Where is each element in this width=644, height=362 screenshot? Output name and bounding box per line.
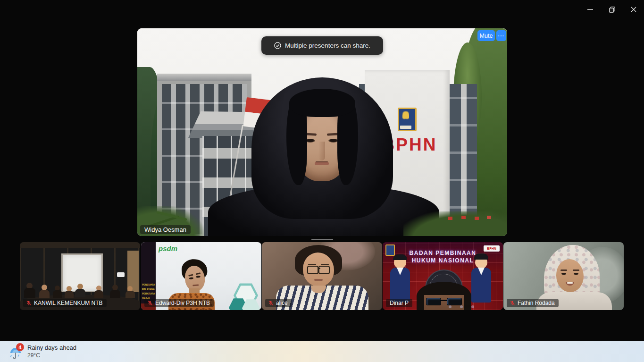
mute-button[interactable]: Mute	[477, 30, 495, 41]
weather-temperature: 29°C	[27, 352, 40, 359]
participant-tile-alice[interactable]: alice	[262, 242, 382, 310]
participant-label: Fathin Rodada	[507, 299, 559, 307]
zoom-meeting-window: BPHN	[0, 0, 644, 362]
participant-name: alice	[276, 300, 288, 306]
participant-tile-dinar[interactable]: BADAN PEMBINAAN HUKUM NASIONAL BPHN	[383, 242, 503, 310]
muted-mic-icon	[268, 300, 274, 306]
check-circle-icon	[274, 42, 281, 49]
participant-name: Edward-Div P3H NTB	[155, 300, 210, 306]
windows-taskbar: 4 Rainy days ahead 29°C	[0, 341, 644, 362]
social-footer	[449, 305, 496, 308]
minimize-button[interactable]	[579, 2, 601, 17]
main-speaker-name: Widya Oesman	[140, 225, 191, 234]
participant-label: Edward-Div P3H NTB	[144, 299, 214, 307]
participant-name: Fathin Rodada	[518, 300, 555, 306]
muted-mic-icon	[510, 300, 515, 306]
scene-bottom-greenery	[137, 28, 507, 236]
participant-label: alice	[265, 299, 292, 307]
participant-label: KANWIL KEMENKUM NTB	[23, 299, 107, 307]
muted-mic-icon	[26, 300, 32, 306]
weather-widget[interactable]: 4 Rainy days ahead 29°C	[3, 341, 97, 362]
participant-tile-fathin[interactable]: Fathin Rodada	[503, 242, 624, 310]
close-button[interactable]	[623, 2, 644, 17]
participant-tile-kanwil[interactable]: KANWIL KEMENKUM NTB	[20, 242, 140, 310]
weather-headline: Rainy days ahead	[27, 344, 76, 351]
participant-label: Dinar P	[386, 299, 412, 307]
restore-icon	[609, 7, 615, 13]
close-icon	[631, 7, 636, 12]
participant-tile-edward[interactable]: PENGUATAN PELAYANAN PERATURAN GAS-U psdm	[141, 242, 261, 310]
toast-notification: Multiple presenters can share.	[261, 36, 383, 55]
participant-name: KANWIL KEMENKUM NTB	[34, 300, 103, 306]
gallery-scroll-handle[interactable]	[311, 239, 333, 240]
minimize-icon	[587, 7, 593, 12]
main-speaker-video[interactable]: BPHN	[137, 28, 507, 236]
notification-badge: 4	[16, 343, 24, 351]
muted-mic-icon	[147, 300, 153, 306]
participant-name: Dinar P	[390, 300, 409, 306]
restore-button[interactable]	[601, 2, 623, 17]
more-options-button[interactable]: ···	[496, 30, 506, 41]
toast-text: Multiple presenters can share.	[285, 42, 370, 49]
